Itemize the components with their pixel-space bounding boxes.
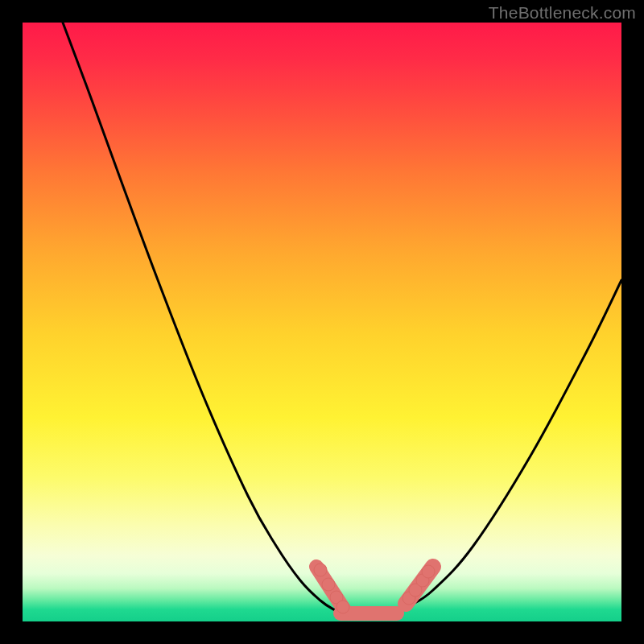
- left-dots-dot: [322, 578, 335, 591]
- chart-frame: TheBottleneck.com: [0, 0, 644, 644]
- marker-layer: [314, 564, 435, 613]
- bottleneck-curve: [63, 23, 621, 616]
- curve-layer: [63, 23, 621, 616]
- plot-area: [23, 23, 621, 621]
- left-dots-dot: [314, 564, 327, 576]
- watermark-text: TheBottleneck.com: [489, 3, 636, 23]
- right-dots-dot: [422, 565, 435, 578]
- left-dots-dot: [336, 601, 349, 613]
- chart-svg: [23, 23, 621, 621]
